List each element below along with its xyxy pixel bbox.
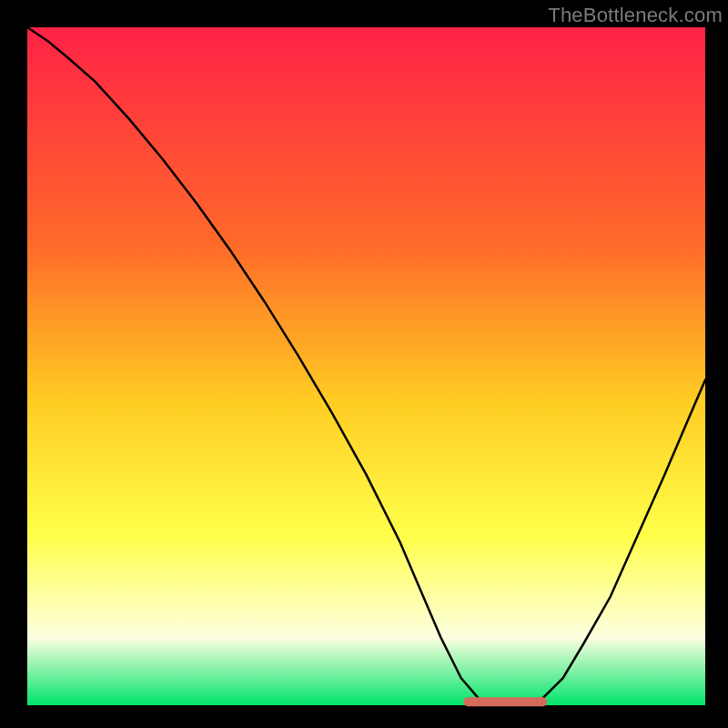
- watermark-text: TheBottleneck.com: [548, 4, 723, 27]
- gradient-background: [27, 27, 705, 705]
- bottleneck-chart: [0, 0, 728, 728]
- chart-stage: TheBottleneck.com: [0, 0, 728, 728]
